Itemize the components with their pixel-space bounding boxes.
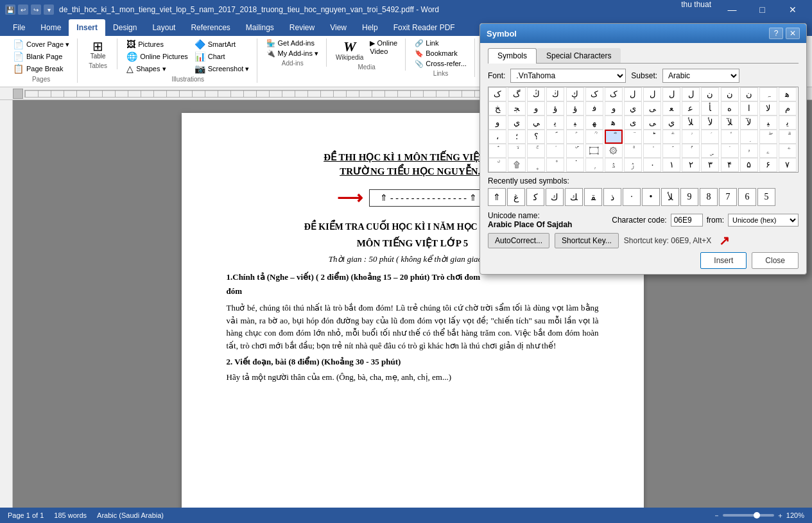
symbol-cell[interactable]: ۜ	[566, 144, 584, 158]
cross-ref-button[interactable]: 📎 Cross-refer...	[412, 59, 469, 69]
symbol-cell[interactable]: ۡ	[662, 144, 680, 158]
cover-page-button[interactable]: 📄Cover Page ▾	[10, 39, 72, 50]
symbol-cell[interactable]: ۛ	[546, 144, 564, 158]
shapes-button[interactable]: △Shapes ▾	[124, 63, 191, 74]
symbol-cell[interactable]: ۝	[585, 144, 603, 158]
recent-symbol-cell[interactable]: 9	[680, 188, 698, 206]
symbol-cell[interactable]: ﻱ	[662, 116, 680, 130]
symbol-cell[interactable]: ن	[740, 87, 758, 101]
symbol-cell[interactable]: ن	[721, 87, 739, 101]
symbol-cell[interactable]: ۱	[662, 158, 680, 172]
symbol-cell[interactable]: ﻶ	[721, 116, 739, 130]
symbol-cell[interactable]: ﻩ	[721, 101, 739, 116]
symbol-cell[interactable]: و	[527, 101, 545, 116]
symbol-cell[interactable]: ۪	[527, 158, 545, 172]
chart-button[interactable]: 📊Chart	[192, 51, 252, 62]
tab-mailings[interactable]: Mailings	[238, 19, 282, 36]
symbol-cell[interactable]: ؓ	[605, 130, 623, 144]
subset-select[interactable]: Arabic	[662, 69, 739, 83]
recent-symbol-cell[interactable]: ﻘ	[584, 188, 602, 206]
recent-symbol-cell[interactable]: 8	[700, 188, 718, 206]
symbol-cell[interactable]: ؚ	[740, 130, 758, 144]
symbol-cell[interactable]: ،	[488, 130, 506, 144]
symbol-cell[interactable]: ڭ	[527, 87, 545, 101]
symbol-cell[interactable]: ؐ	[546, 130, 564, 144]
tab-file[interactable]: File	[5, 19, 33, 36]
bookmark-button[interactable]: 🔖 Bookmark	[412, 49, 469, 58]
symbol-cell[interactable]: ۭ	[585, 158, 603, 172]
wikipedia-button[interactable]: W Wikipedia	[333, 39, 366, 62]
symbol-cell[interactable]: ۫	[546, 158, 564, 172]
recent-symbol-cell[interactable]: 5	[757, 188, 775, 206]
symbol-cell[interactable]: ۲	[682, 158, 700, 172]
symbol-cell[interactable]: ﻬ	[585, 116, 603, 130]
symbol-cell[interactable]: ڬ	[546, 87, 564, 101]
symbol-cell[interactable]: ۤ	[721, 144, 739, 158]
link-button[interactable]: 🔗 Link	[412, 39, 469, 48]
symbol-cell[interactable]: ؤ	[546, 101, 564, 116]
symbol-cell[interactable]: ل	[624, 87, 642, 101]
symbol-cell[interactable]: ۖ	[759, 130, 777, 144]
blank-page-button[interactable]: 📄Blank Page	[10, 51, 72, 62]
page-break-button[interactable]: 📋Page Break	[10, 63, 72, 74]
symbol-cell[interactable]: ل	[643, 87, 661, 101]
table-button[interactable]: ⊞ Table	[85, 39, 111, 61]
tab-references[interactable]: References	[183, 19, 238, 36]
symbol-cell[interactable]: ﺄ	[701, 101, 719, 116]
symbol-cell[interactable]: ۩	[508, 158, 526, 172]
symbol-cell[interactable]: ۦ	[759, 144, 777, 158]
recent-symbol-cell[interactable]: ·	[623, 188, 641, 206]
symbol-cell[interactable]: ﻭ	[605, 101, 623, 116]
recent-symbol-cell[interactable]: ﻍ	[507, 188, 525, 206]
symbol-cell[interactable]: ﻳ	[546, 116, 564, 130]
symbol-cell[interactable]: ۥ	[740, 144, 758, 158]
symbol-cell[interactable]: ﻰ	[643, 116, 661, 130]
symbol-cell[interactable]: ۗ	[779, 130, 797, 144]
close-window-button[interactable]: ✕	[778, 0, 807, 19]
symbol-cell[interactable]: ﮬ	[779, 87, 797, 101]
symbol-cell[interactable]: ۙ	[508, 144, 526, 158]
symbol-cell[interactable]: ل	[662, 87, 680, 101]
font-select[interactable]: .VnTahoma	[510, 69, 626, 83]
symbol-cell[interactable]: ﻓ	[585, 101, 603, 116]
maximize-button[interactable]: □	[748, 0, 777, 19]
symbol-cell[interactable]: ن	[701, 87, 719, 101]
symbol-cell[interactable]: ﻴ	[566, 116, 584, 130]
zoom-out-button[interactable]: －	[713, 511, 720, 520]
symbol-cell[interactable]: ۶	[759, 158, 777, 172]
recent-symbol-cell[interactable]: ﻛ	[526, 188, 544, 206]
from-select[interactable]: Unicode (hex)	[728, 214, 799, 227]
tab-home[interactable]: Home	[33, 19, 69, 36]
tab-foxit[interactable]: Foxit Reader PDF	[386, 19, 463, 36]
redo-icon[interactable]: ↪	[31, 4, 41, 15]
zoom-slider[interactable]	[723, 514, 774, 517]
symbol-cell[interactable]: ﻌ	[662, 101, 680, 116]
symbol-cell[interactable]: ۧ	[779, 144, 797, 158]
dialog-help-button[interactable]: ?	[769, 28, 783, 39]
symbol-cell[interactable]: ۯ	[624, 158, 642, 172]
symbol-cell[interactable]: ۟	[624, 144, 642, 158]
dialog-tab-special-chars[interactable]: Special Characters	[537, 48, 621, 63]
dialog-tab-symbols[interactable]: Symbols	[488, 48, 537, 64]
symbol-cell[interactable]: ﻴ	[759, 116, 777, 130]
symbol-cell[interactable]: ک	[605, 87, 623, 101]
symbol-cell[interactable]: ﻸ	[682, 116, 700, 130]
insert-button[interactable]: Insert	[700, 252, 747, 269]
tab-layout[interactable]: Layout	[144, 19, 183, 36]
online-pictures-button[interactable]: 🌐Online Pictures	[124, 51, 191, 62]
symbol-cell[interactable]: ۳	[701, 158, 719, 172]
symbol-cell[interactable]: ﻱ	[508, 116, 526, 130]
tab-insert[interactable]: Insert	[69, 19, 105, 36]
symbol-cell[interactable]: ﻫ	[605, 116, 623, 130]
dialog-close-icon-button[interactable]: ✕	[786, 28, 800, 39]
recent-symbol-cell[interactable]: ﻸ	[661, 188, 679, 206]
symbol-cell[interactable]: ﻳ	[779, 116, 797, 130]
symbol-cell[interactable]: ﻋ	[682, 101, 700, 116]
symbol-cell[interactable]: ڮ	[566, 87, 584, 101]
recent-symbol-cell[interactable]: 7	[719, 188, 737, 206]
minimize-button[interactable]: —	[718, 0, 747, 19]
pictures-button[interactable]: 🖼Pictures	[124, 39, 191, 50]
symbol-cell[interactable]: ک	[585, 87, 603, 101]
symbol-cell[interactable]: ﻡ	[779, 101, 797, 116]
symbol-cell[interactable]: ؑ	[566, 130, 584, 144]
